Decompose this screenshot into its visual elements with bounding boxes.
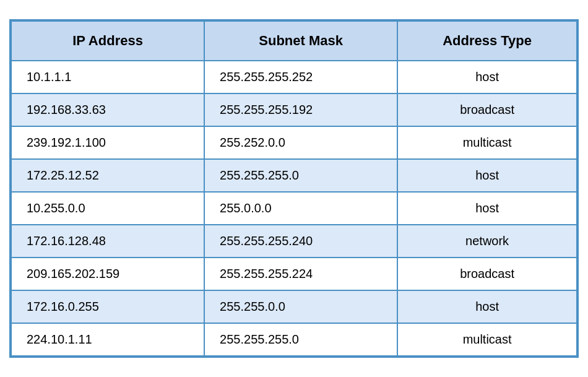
cell-address-type: host xyxy=(397,192,577,225)
table-row: 172.25.12.52255.255.255.0host xyxy=(11,159,577,192)
cell-subnet-mask: 255.252.0.0 xyxy=(204,126,397,159)
cell-ip-address: 209.165.202.159 xyxy=(11,258,204,290)
table-row: 224.10.1.11255.255.255.0multicast xyxy=(11,323,577,356)
cell-address-type: broadcast xyxy=(397,93,577,126)
table-row: 10.1.1.1255.255.255.252host xyxy=(11,61,577,93)
cell-ip-address: 172.25.12.52 xyxy=(11,159,204,192)
cell-ip-address: 192.168.33.63 xyxy=(11,93,204,126)
header-subnet-mask: Subnet Mask xyxy=(204,21,397,61)
cell-subnet-mask: 255.255.255.252 xyxy=(204,61,397,93)
cell-address-type: host xyxy=(397,61,577,93)
cell-address-type: multicast xyxy=(397,126,577,159)
cell-subnet-mask: 255.255.255.0 xyxy=(204,159,397,192)
table-row: 239.192.1.100255.252.0.0multicast xyxy=(11,126,577,159)
cell-subnet-mask: 255.255.255.224 xyxy=(204,258,397,290)
cell-ip-address: 239.192.1.100 xyxy=(11,126,204,159)
table-row: 192.168.33.63255.255.255.192broadcast xyxy=(11,93,577,126)
cell-ip-address: 172.16.0.255 xyxy=(11,290,204,323)
table-header-row: IP Address Subnet Mask Address Type xyxy=(11,21,577,61)
cell-ip-address: 10.1.1.1 xyxy=(11,61,204,93)
header-address-type: Address Type xyxy=(397,21,577,61)
table-row: 172.16.0.255255.255.0.0host xyxy=(11,290,577,323)
cell-subnet-mask: 255.255.255.240 xyxy=(204,225,397,258)
cell-subnet-mask: 255.255.255.192 xyxy=(204,93,397,126)
cell-address-type: host xyxy=(397,159,577,192)
cell-ip-address: 172.16.128.48 xyxy=(11,225,204,258)
cell-subnet-mask: 255.0.0.0 xyxy=(204,192,397,225)
table-row: 10.255.0.0255.0.0.0host xyxy=(11,192,577,225)
cell-subnet-mask: 255.255.0.0 xyxy=(204,290,397,323)
cell-address-type: host xyxy=(397,290,577,323)
table-row: 172.16.128.48255.255.255.240network xyxy=(11,225,577,258)
cell-address-type: multicast xyxy=(397,323,577,356)
cell-address-type: broadcast xyxy=(397,258,577,290)
cell-ip-address: 224.10.1.11 xyxy=(11,323,204,356)
table-row: 209.165.202.159255.255.255.224broadcast xyxy=(11,258,577,290)
cell-subnet-mask: 255.255.255.0 xyxy=(204,323,397,356)
cell-address-type: network xyxy=(397,225,577,258)
cell-ip-address: 10.255.0.0 xyxy=(11,192,204,225)
ip-table: IP Address Subnet Mask Address Type 10.1… xyxy=(9,19,579,358)
header-ip-address: IP Address xyxy=(11,21,204,61)
